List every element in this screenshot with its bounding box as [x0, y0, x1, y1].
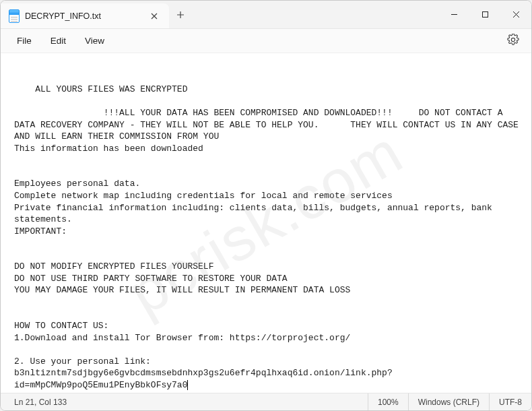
- notepad-window: DECRYPT_INFO.txt File Edit View: [0, 0, 532, 411]
- titlebar: DECRYPT_INFO.txt: [1, 1, 531, 29]
- menu-view[interactable]: View: [77, 33, 112, 49]
- close-icon: [512, 11, 520, 18]
- minimize-icon: [451, 11, 458, 18]
- menu-file[interactable]: File: [9, 33, 40, 49]
- tab-title: DECRYPT_INFO.txt: [25, 11, 141, 21]
- status-position: Ln 21, Col 133: [1, 393, 76, 410]
- statusbar: Ln 21, Col 133 100% Windows (CRLF) UTF-8: [1, 393, 531, 410]
- maximize-icon: [481, 11, 489, 18]
- document-text: ALL YOURS FILES WAS ENCRYPTED !!!ALL YOU…: [14, 84, 524, 390]
- close-window-button[interactable]: [500, 1, 531, 28]
- maximize-button[interactable]: [469, 1, 500, 28]
- editor-content[interactable]: pcrisk.com ALL YOURS FILES WAS ENCRYPTED…: [1, 53, 531, 393]
- minimize-button[interactable]: [438, 1, 469, 28]
- status-zoom[interactable]: 100%: [368, 393, 408, 410]
- close-icon: [151, 13, 158, 20]
- status-encoding: UTF-8: [489, 393, 531, 410]
- titlebar-drag-area[interactable]: [192, 1, 438, 28]
- gear-icon: [507, 34, 519, 46]
- text-caret: [187, 380, 188, 390]
- status-line-ending: Windows (CRLF): [408, 393, 489, 410]
- settings-button[interactable]: [503, 31, 523, 51]
- tab-current[interactable]: DECRYPT_INFO.txt: [1, 3, 169, 28]
- svg-rect-0: [482, 12, 488, 18]
- window-controls: [438, 1, 531, 28]
- new-tab-button[interactable]: [169, 1, 192, 28]
- close-tab-button[interactable]: [146, 8, 162, 24]
- notepad-icon: [9, 9, 20, 23]
- menu-edit[interactable]: Edit: [42, 33, 74, 49]
- menubar: File Edit View: [1, 29, 531, 53]
- plus-icon: [176, 11, 185, 19]
